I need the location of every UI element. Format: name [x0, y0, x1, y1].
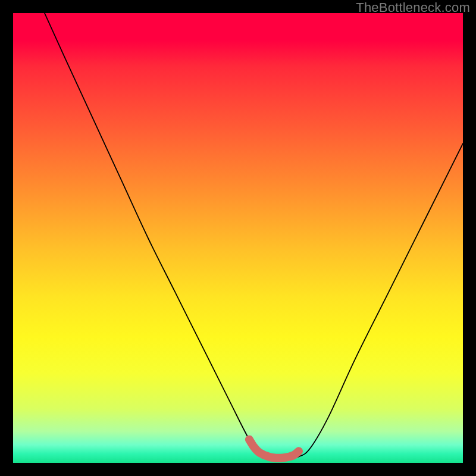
bottleneck-curve-path: [45, 13, 463, 459]
chart-stage: TheBottleneck.com: [0, 0, 476, 476]
optimal-marker-path: [249, 440, 299, 458]
chart-svg: [13, 13, 463, 463]
plot-area: [13, 13, 463, 463]
watermark-text: TheBottleneck.com: [356, 0, 470, 15]
